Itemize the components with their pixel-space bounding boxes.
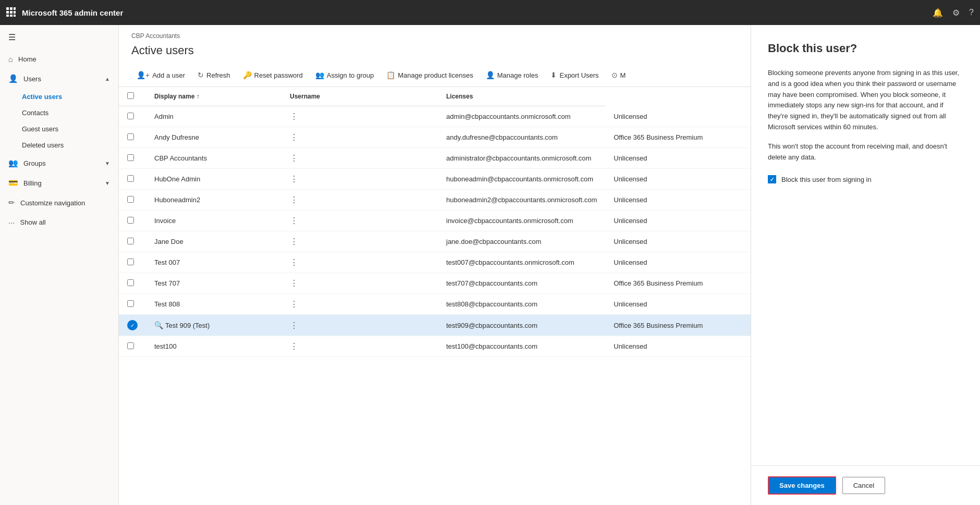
export-icon: ⬇ xyxy=(550,71,557,79)
table-row[interactable]: Jane Doe⋮jane.doe@cbpaccountants.comUnli… xyxy=(119,231,751,252)
assign-to-group-label: Assign to group xyxy=(327,71,374,79)
row-more-options[interactable]: ⋮ xyxy=(281,106,438,127)
cancel-button[interactable]: Cancel xyxy=(842,477,885,494)
topbar: Microsoft 365 admin center 🔔 ⚙ ? xyxy=(0,0,980,25)
help-icon[interactable]: ? xyxy=(969,8,974,17)
username-cell: test707@cbpaccountants.com xyxy=(438,273,605,294)
table-row[interactable]: Test 707⋮test707@cbpaccountants.comOffic… xyxy=(119,273,751,294)
refresh-icon: ↻ xyxy=(198,71,204,79)
block-user-panel: Block this user? Blocking someone preven… xyxy=(751,25,980,505)
row-checkbox[interactable] xyxy=(127,300,134,307)
license-cell: Unlicensed xyxy=(605,148,751,169)
sidebar-item-guest-users[interactable]: Guest users xyxy=(22,121,118,137)
row-more-options[interactable]: ⋮ xyxy=(281,169,438,190)
license-cell: Office 365 Business Premium xyxy=(605,127,751,148)
license-cell: Office 365 Business Premium xyxy=(605,273,751,294)
row-checkbox[interactable] xyxy=(127,342,134,349)
sidebar-item-deleted-users[interactable]: Deleted users xyxy=(22,137,118,153)
notification-icon[interactable]: 🔔 xyxy=(933,8,943,18)
row-search-icon[interactable]: 🔍 xyxy=(154,321,163,329)
save-changes-button[interactable]: Save changes xyxy=(768,476,836,495)
manage-roles-button[interactable]: 👤 Manage roles xyxy=(481,68,544,82)
table-row[interactable]: HubOne Admin⋮huboneadmin@cbpaccountants.… xyxy=(119,169,751,190)
row-more-options[interactable]: ⋮ xyxy=(281,148,438,169)
svg-rect-4 xyxy=(10,11,13,14)
sidebar-item-active-users[interactable]: Active users xyxy=(22,89,118,105)
hamburger-menu[interactable]: ☰ xyxy=(0,25,118,50)
licenses-header[interactable]: Licenses xyxy=(438,87,605,106)
sidebar-item-home[interactable]: ⌂ Home xyxy=(0,50,118,69)
topbar-actions: 🔔 ⚙ ? xyxy=(933,8,974,18)
row-more-options[interactable]: ⋮ xyxy=(281,231,438,252)
row-more-options[interactable]: ⋮ xyxy=(281,127,438,148)
sidebar-home-label: Home xyxy=(18,55,36,63)
sidebar-item-customize[interactable]: ✏ Customize navigation xyxy=(0,193,118,213)
panel-note: This won't stop the account from receivi… xyxy=(768,141,963,163)
username-cell: huboneadmin@cbpaccountants.onmicrosoft.c… xyxy=(438,169,605,190)
row-checkbox[interactable] xyxy=(127,196,134,203)
username-cell: test007@cbpaccountants.onmicrosoft.com xyxy=(438,252,605,273)
display-name: Test 808 xyxy=(154,300,180,308)
select-all-checkbox[interactable] xyxy=(127,92,134,99)
table-row[interactable]: Invoice⋮invoice@cbpaccountants.onmicroso… xyxy=(119,211,751,231)
manage-roles-icon: 👤 xyxy=(486,71,495,79)
row-more-options[interactable]: ⋮ xyxy=(281,211,438,231)
row-checkbox[interactable] xyxy=(127,175,134,182)
username-cell: andy.dufresne@cbpaccountants.com xyxy=(438,127,605,148)
display-name: Test 909 (Test) xyxy=(165,322,210,329)
table-row[interactable]: Huboneadmin2⋮huboneadmin2@cbpaccountants… xyxy=(119,190,751,211)
row-checkbox-cell xyxy=(119,106,146,127)
row-more-options[interactable]: ⋮ xyxy=(281,252,438,273)
table-row[interactable]: Andy Dufresne⋮andy.dufresne@cbpaccountan… xyxy=(119,127,751,148)
block-checkbox-label[interactable]: Block this user from signing in xyxy=(781,176,872,183)
display-name: Huboneadmin2 xyxy=(154,196,200,204)
row-checkbox[interactable] xyxy=(127,258,134,265)
username-cell: test100@cbpaccountants.com xyxy=(438,336,605,357)
apps-icon[interactable] xyxy=(6,7,16,18)
display-name-header[interactable]: Display name ↑ xyxy=(146,87,281,106)
table-row[interactable]: ✓🔍Test 909 (Test)⋮test909@cbpaccountants… xyxy=(119,315,751,336)
display-name: Test 707 xyxy=(154,279,180,287)
table-row[interactable]: Admin⋮admin@cbpaccountants.onmicrosoft.c… xyxy=(119,106,751,127)
row-more-options[interactable]: ⋮ xyxy=(281,190,438,211)
table-row[interactable]: test100⋮test100@cbpaccountants.comUnlice… xyxy=(119,336,751,357)
username-header[interactable]: Username xyxy=(281,87,438,106)
export-users-button[interactable]: ⬇ Export Users xyxy=(545,68,604,82)
display-name-cell: Jane Doe xyxy=(146,231,281,252)
row-more-options[interactable]: ⋮ xyxy=(281,273,438,294)
display-name: CBP Accountants xyxy=(154,154,207,162)
panel-content: Block this user? Blocking someone preven… xyxy=(751,25,980,465)
display-name-cell: Test 808 xyxy=(146,294,281,315)
sidebar-item-show-all[interactable]: ··· Show all xyxy=(0,213,118,232)
row-checkbox[interactable] xyxy=(127,217,134,224)
svg-rect-1 xyxy=(10,7,13,10)
username-cell: test909@cbpaccountants.com xyxy=(438,315,605,336)
row-checkbox[interactable] xyxy=(127,279,134,286)
sidebar-item-users[interactable]: 👤 Users ▲ xyxy=(0,69,118,89)
select-all-header[interactable] xyxy=(119,87,146,106)
row-more-options[interactable]: ⋮ xyxy=(281,315,438,336)
refresh-button[interactable]: ↻ Refresh xyxy=(192,68,236,82)
assign-to-group-button[interactable]: 👥 Assign to group xyxy=(310,68,379,82)
license-cell: Unlicensed xyxy=(605,294,751,315)
display-name: Andy Dufresne xyxy=(154,133,199,141)
settings-icon[interactable]: ⚙ xyxy=(952,8,960,18)
row-checkbox[interactable] xyxy=(127,238,134,244)
more-button[interactable]: ⊙ M xyxy=(606,68,631,82)
add-user-button[interactable]: 👤+ Add a user xyxy=(131,68,190,82)
row-checkbox[interactable] xyxy=(127,113,134,119)
row-checkbox[interactable] xyxy=(127,154,134,161)
reset-password-button[interactable]: 🔑 Reset password xyxy=(238,68,308,82)
row-more-options[interactable]: ⋮ xyxy=(281,336,438,357)
manage-licenses-button[interactable]: 📋 Manage product licenses xyxy=(381,68,479,82)
panel-footer: Save changes Cancel xyxy=(751,465,980,505)
row-checkbox[interactable] xyxy=(127,133,134,140)
block-checkbox[interactable]: ✓ xyxy=(768,175,776,183)
table-row[interactable]: Test 808⋮test808@cbpaccountants.comUnlic… xyxy=(119,294,751,315)
sidebar-item-billing[interactable]: 💳 Billing ▼ xyxy=(0,173,118,193)
table-row[interactable]: Test 007⋮test007@cbpaccountants.onmicros… xyxy=(119,252,751,273)
sidebar-item-groups[interactable]: 👥 Groups ▼ xyxy=(0,153,118,173)
row-more-options[interactable]: ⋮ xyxy=(281,294,438,315)
table-row[interactable]: CBP Accountants⋮administrator@cbpaccount… xyxy=(119,148,751,169)
sidebar-item-contacts[interactable]: Contacts xyxy=(22,105,118,121)
